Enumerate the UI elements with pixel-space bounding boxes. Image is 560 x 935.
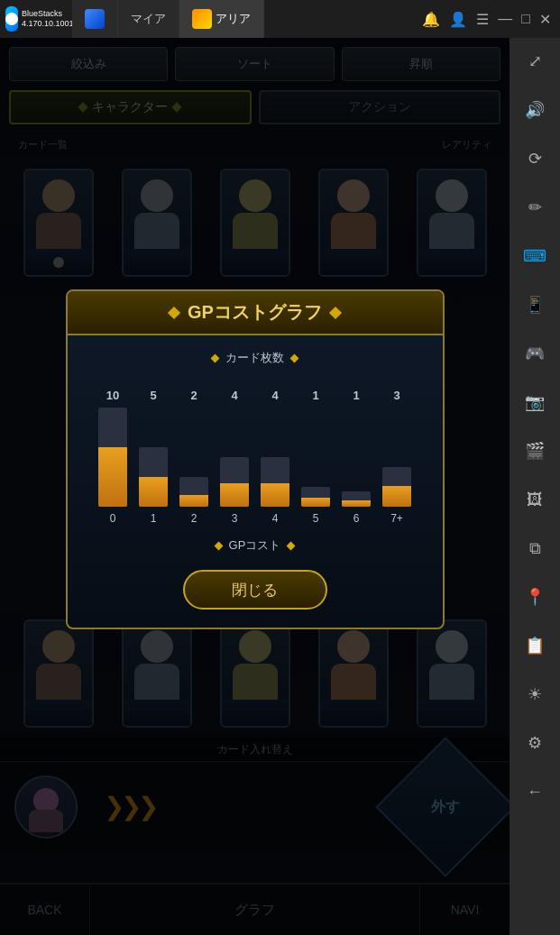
gp-diamond-right: [287, 541, 296, 550]
bar-fill-0: [98, 447, 127, 507]
bar-wrapper-3: [216, 408, 253, 507]
bar-column-7+: 37+: [379, 389, 416, 525]
bar-dark-0: [98, 408, 127, 507]
gp-cost-label-row: GPコスト: [86, 537, 425, 554]
user-icon[interactable]: 👤: [449, 11, 467, 28]
card-count-text: カード枚数: [225, 350, 284, 366]
bar-column-4: 44: [257, 389, 294, 525]
bar-label-5: 5: [313, 512, 319, 525]
game-area: 絞込み ソート 昇順 キャラクター アクション カード一覧 レアリティ: [0, 38, 510, 935]
bar-label-7+: 7+: [390, 512, 403, 525]
bluestacks-logo: BlueStacks 4.170.10.1001: [0, 0, 72, 38]
volume-icon[interactable]: 🔊: [519, 94, 551, 126]
bar-count-3: 4: [231, 389, 237, 402]
bar-column-5: 15: [298, 389, 335, 525]
bar-wrapper-2: [176, 408, 213, 507]
bar-column-3: 43: [216, 389, 253, 525]
bar-count-6: 1: [353, 389, 359, 402]
gp-cost-text: GPコスト: [229, 537, 281, 554]
right-sidebar: ⤢ 🔊 ⟳ ✏ ⌨ 📱 🎮 📷 🎬 🖼 ⧉ 📍 📋 ☀ ⚙ ←: [510, 0, 560, 935]
bar-wrapper-1: [135, 408, 172, 507]
bs-icon: [5, 6, 18, 32]
bar-label-1: 1: [151, 512, 157, 525]
bar-dark-7+: [382, 467, 411, 507]
gp-modal-header: GPコストグラフ: [68, 291, 443, 335]
small-diamond-right: [290, 353, 299, 362]
bar-fill-7+: [382, 486, 411, 507]
keyboard-icon[interactable]: ⌨: [519, 240, 551, 272]
bar-label-0: 0: [110, 512, 116, 525]
bar-chart: 10051224344151637+: [86, 380, 425, 525]
bar-count-0: 10: [106, 389, 119, 402]
location-icon[interactable]: 📍: [519, 581, 551, 613]
gp-cost-modal: GPコストグラフ カード枚数 10051224344151637+ GPコスト …: [66, 289, 445, 629]
bar-wrapper-4: [257, 408, 294, 507]
top-icons: 🔔 👤 ☰ — □ ✕: [422, 11, 560, 28]
bar-dark-1: [139, 447, 168, 507]
image-icon[interactable]: 🖼: [519, 483, 551, 516]
bar-fill-3: [220, 483, 249, 507]
gp-modal-title: GPコストグラフ: [188, 300, 322, 325]
bar-count-7+: 3: [393, 389, 399, 402]
bar-label-6: 6: [353, 512, 360, 525]
bar-dark-6: [342, 491, 371, 507]
game-icon: [192, 9, 212, 29]
device-icon[interactable]: 📋: [519, 629, 551, 662]
copy-icon[interactable]: ⧉: [519, 532, 551, 564]
rotate-icon[interactable]: ⟳: [519, 142, 551, 175]
tab-bar: マイア アリア 🔔 👤 ☰ — □ ✕: [72, 0, 560, 38]
bar-fill-1: [139, 477, 168, 507]
bar-label-4: 4: [272, 512, 279, 525]
modal-overlay: GPコストグラフ カード枚数 10051224344151637+ GPコスト …: [0, 38, 510, 935]
bar-column-1: 51: [135, 389, 172, 525]
bar-fill-4: [261, 483, 289, 507]
window-icon[interactable]: □: [521, 11, 530, 27]
gp-diamond-left: [214, 541, 223, 550]
brightness-icon[interactable]: ☀: [519, 678, 551, 710]
bar-dark-4: [261, 457, 289, 507]
settings-icon[interactable]: ⚙: [519, 727, 551, 759]
topbar: BlueStacks 4.170.10.1001 マイア アリア 🔔 👤 ☰ —…: [0, 0, 560, 38]
bar-column-2: 22: [176, 389, 213, 525]
bar-wrapper-6: [338, 408, 375, 507]
bar-count-5: 1: [312, 389, 318, 402]
back-arrow-icon[interactable]: ←: [519, 775, 551, 808]
bar-count-2: 2: [190, 389, 197, 402]
tab-home[interactable]: [72, 0, 118, 38]
bar-wrapper-0: [95, 408, 132, 507]
gamepad-icon[interactable]: 🎮: [519, 337, 551, 370]
bell-icon[interactable]: 🔔: [422, 11, 440, 28]
bar-wrapper-7+: [379, 408, 416, 507]
bar-column-6: 16: [338, 389, 375, 525]
header-diamond-right: [329, 306, 342, 318]
minimize-icon[interactable]: —: [498, 11, 512, 27]
header-diamond-left: [168, 306, 180, 318]
expand-icon[interactable]: ⤢: [519, 45, 551, 78]
tab-maiya[interactable]: マイア: [118, 0, 179, 38]
bar-label-2: 2: [191, 512, 197, 525]
card-count-label-row: カード枚数: [86, 350, 425, 366]
menu-icon[interactable]: ☰: [476, 11, 489, 28]
bar-label-3: 3: [232, 512, 238, 525]
bar-dark-2: [179, 477, 208, 507]
tab-ariya[interactable]: アリア: [179, 0, 264, 38]
bar-fill-5: [301, 498, 330, 507]
bar-count-4: 4: [271, 389, 278, 402]
bs-version: BlueStacks 4.170.10.1001: [22, 9, 74, 29]
edit-icon[interactable]: ✏: [519, 191, 551, 224]
phone-icon[interactable]: 📱: [519, 289, 551, 321]
bar-dark-5: [301, 487, 330, 507]
bar-fill-2: [179, 495, 208, 507]
bar-column-0: 100: [95, 389, 132, 525]
video-icon[interactable]: 🎬: [519, 435, 551, 467]
bar-fill-6: [342, 500, 371, 507]
bar-dark-3: [220, 457, 249, 507]
small-diamond-left: [211, 353, 220, 362]
close-button[interactable]: 閉じる: [183, 570, 327, 610]
close-icon[interactable]: ✕: [539, 11, 551, 28]
gp-modal-body: カード枚数 10051224344151637+ GPコスト 閉じる: [68, 335, 443, 628]
camera-icon[interactable]: 📷: [519, 386, 551, 418]
home-icon: [85, 9, 105, 29]
bar-count-1: 5: [150, 389, 156, 402]
bar-wrapper-5: [298, 408, 335, 507]
